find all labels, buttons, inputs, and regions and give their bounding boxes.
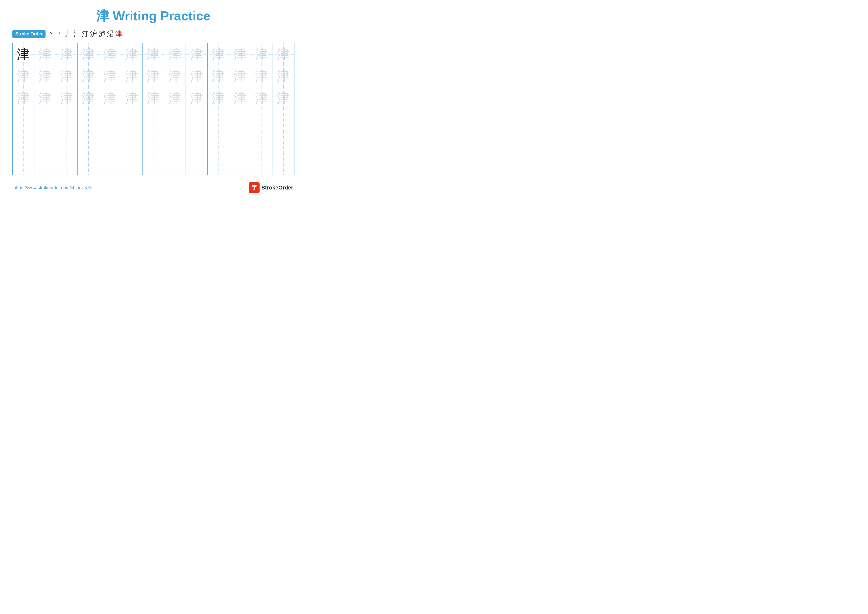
stroke-order-row: Stroke Order 丶 丶 丿 氵 汀 沪 泸 涒 津 — [12, 29, 294, 39]
cell-char: 津 — [255, 48, 268, 61]
grid-cell-r5-c8[interactable] — [164, 131, 186, 153]
grid-cell-r6-c10[interactable] — [208, 153, 229, 175]
grid-cell-r4-c7[interactable] — [143, 109, 164, 131]
grid-cell-r2-c9[interactable]: 津 — [186, 65, 208, 87]
cell-char: 津 — [277, 48, 290, 61]
grid-cell-r2-c7[interactable]: 津 — [143, 65, 164, 87]
grid-cell-r4-c12[interactable] — [251, 109, 273, 131]
grid-cell-r5-c13[interactable] — [273, 131, 294, 153]
stroke-step-7: 泸 — [98, 29, 105, 39]
grid-cell-r2-c4[interactable]: 津 — [78, 65, 99, 87]
grid-cell-r5-c10[interactable] — [208, 131, 229, 153]
grid-cell-r3-c4[interactable]: 津 — [78, 87, 99, 109]
grid-cell-r6-c3[interactable] — [56, 153, 78, 175]
cell-char: 津 — [212, 48, 225, 61]
grid-cell-r3-c11[interactable]: 津 — [229, 87, 251, 109]
grid-cell-r2-c10[interactable]: 津 — [208, 65, 229, 87]
grid-cell-r2-c12[interactable]: 津 — [251, 65, 273, 87]
grid-cell-r3-c12[interactable]: 津 — [251, 87, 273, 109]
practice-grid: 津 津 津 津 津 津 津 津 津 津 津 津 津 津 津 津 津 津 津 津 … — [12, 43, 294, 175]
title-chinese-char: 津 — [96, 9, 109, 23]
grid-cell-r5-c6[interactable] — [121, 131, 143, 153]
grid-cell-r3-c7[interactable]: 津 — [143, 87, 164, 109]
grid-cell-r3-c2[interactable]: 津 — [34, 87, 56, 109]
grid-cell-r4-c5[interactable] — [99, 109, 121, 131]
grid-cell-r3-c6[interactable]: 津 — [121, 87, 143, 109]
grid-cell-r6-c1[interactable] — [12, 153, 34, 175]
grid-cell-r6-c11[interactable] — [229, 153, 251, 175]
grid-cell-r5-c11[interactable] — [229, 131, 251, 153]
grid-cell-r1-c5[interactable]: 津 — [99, 44, 121, 65]
grid-cell-r2-c11[interactable]: 津 — [229, 65, 251, 87]
grid-cell-r2-c1[interactable]: 津 — [12, 65, 34, 87]
grid-cell-r3-c8[interactable]: 津 — [164, 87, 186, 109]
grid-cell-r2-c2[interactable]: 津 — [34, 65, 56, 87]
grid-cell-r4-c6[interactable] — [121, 109, 143, 131]
cell-char: 津 — [169, 70, 181, 82]
cell-char: 津 — [39, 70, 51, 82]
grid-cell-r2-c5[interactable]: 津 — [99, 65, 121, 87]
grid-cell-r5-c9[interactable] — [186, 131, 208, 153]
grid-cell-r3-c5[interactable]: 津 — [99, 87, 121, 109]
grid-cell-r5-c5[interactable] — [99, 131, 121, 153]
footer-url[interactable]: https://www.strokeorder.com/chinese/津 — [14, 185, 92, 191]
grid-cell-r4-c4[interactable] — [78, 109, 99, 131]
grid-cell-r1-c11[interactable]: 津 — [229, 44, 251, 65]
strokeorder-logo-icon: 字 — [249, 182, 260, 193]
grid-cell-r1-c6[interactable]: 津 — [121, 44, 143, 65]
grid-cell-r6-c13[interactable] — [273, 153, 294, 175]
grid-cell-r6-c4[interactable] — [78, 153, 99, 175]
grid-cell-r1-c1[interactable]: 津 — [12, 44, 34, 65]
cell-char: 津 — [60, 92, 73, 104]
grid-cell-r6-c6[interactable] — [121, 153, 143, 175]
grid-cell-r6-c9[interactable] — [186, 153, 208, 175]
grid-cell-r4-c9[interactable] — [186, 109, 208, 131]
grid-cell-r5-c7[interactable] — [143, 131, 164, 153]
grid-cell-r4-c13[interactable] — [273, 109, 294, 131]
grid-cell-r2-c8[interactable]: 津 — [164, 65, 186, 87]
cell-char: 津 — [234, 48, 246, 61]
grid-cell-r1-c7[interactable]: 津 — [143, 44, 164, 65]
grid-cell-r4-c8[interactable] — [164, 109, 186, 131]
grid-cell-r1-c3[interactable]: 津 — [56, 44, 78, 65]
grid-cell-r4-c10[interactable] — [208, 109, 229, 131]
grid-cell-r6-c8[interactable] — [164, 153, 186, 175]
cell-char: 津 — [125, 48, 138, 61]
grid-cell-r5-c2[interactable] — [34, 131, 56, 153]
grid-cell-r5-c3[interactable] — [56, 131, 78, 153]
grid-cell-r4-c1[interactable] — [12, 109, 34, 131]
grid-cell-r1-c12[interactable]: 津 — [251, 44, 273, 65]
grid-cell-r6-c5[interactable] — [99, 153, 121, 175]
grid-cell-r3-c3[interactable]: 津 — [56, 87, 78, 109]
grid-cell-r3-c1[interactable]: 津 — [12, 87, 34, 109]
grid-cell-r6-c2[interactable] — [34, 153, 56, 175]
stroke-step-8: 涒 — [107, 29, 114, 39]
grid-cell-r1-c8[interactable]: 津 — [164, 44, 186, 65]
grid-cell-r5-c1[interactable] — [12, 131, 34, 153]
grid-row-6 — [12, 153, 294, 175]
grid-cell-r1-c10[interactable]: 津 — [208, 44, 229, 65]
grid-cell-r2-c13[interactable]: 津 — [273, 65, 294, 87]
grid-cell-r6-c7[interactable] — [143, 153, 164, 175]
grid-cell-r5-c4[interactable] — [78, 131, 99, 153]
grid-cell-r4-c2[interactable] — [34, 109, 56, 131]
grid-cell-r2-c3[interactable]: 津 — [56, 65, 78, 87]
grid-cell-r3-c10[interactable]: 津 — [208, 87, 229, 109]
grid-cell-r1-c4[interactable]: 津 — [78, 44, 99, 65]
grid-cell-r5-c12[interactable] — [251, 131, 273, 153]
grid-cell-r2-c6[interactable]: 津 — [121, 65, 143, 87]
cell-char: 津 — [212, 70, 225, 82]
grid-cell-r1-c13[interactable]: 津 — [273, 44, 294, 65]
grid-cell-r3-c9[interactable]: 津 — [186, 87, 208, 109]
grid-cell-r1-c9[interactable]: 津 — [186, 44, 208, 65]
cell-char: 津 — [147, 92, 160, 104]
grid-cell-r1-c2[interactable]: 津 — [34, 44, 56, 65]
cell-char: 津 — [190, 70, 203, 82]
cell-char: 津 — [169, 92, 181, 104]
grid-cell-r4-c3[interactable] — [56, 109, 78, 131]
grid-cell-r4-c11[interactable] — [229, 109, 251, 131]
grid-cell-r6-c12[interactable] — [251, 153, 273, 175]
grid-row-5 — [12, 131, 294, 153]
cell-char: 津 — [17, 92, 30, 104]
grid-cell-r3-c13[interactable]: 津 — [273, 87, 294, 109]
